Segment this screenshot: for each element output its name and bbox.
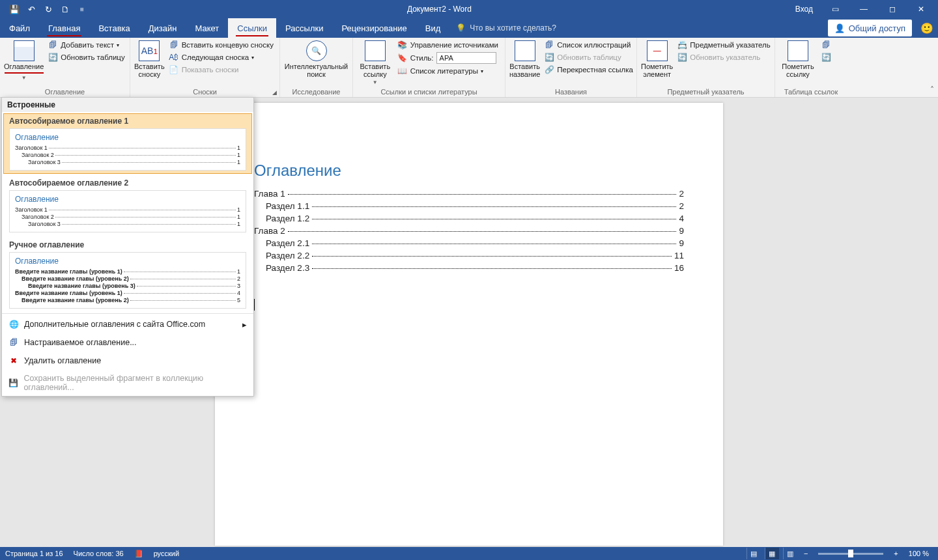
- sign-in-button[interactable]: Вход: [789, 0, 819, 18]
- tab-home[interactable]: Главная: [39, 18, 89, 38]
- mark-entry-button[interactable]: — Пометить элемент: [641, 39, 673, 78]
- remove-toc-button[interactable]: ✖Удалить оглавление: [2, 352, 253, 370]
- zoom-level[interactable]: 100 %: [905, 550, 933, 557]
- tab-layout[interactable]: Макет: [186, 18, 228, 38]
- update-icon: 🔄: [821, 52, 831, 63]
- insert-endnote-button[interactable]: 🗐Вставить концевую сноску: [166, 39, 276, 51]
- tab-file[interactable]: Файл: [0, 18, 39, 38]
- update-tof-button[interactable]: 🔄Обновить таблицу: [541, 51, 636, 63]
- smart-lookup-button[interactable]: 🔍 Интеллектуальный поиск: [284, 39, 348, 78]
- gallery-item-auto1[interactable]: Автособираемое оглавление 1 Оглавление З…: [3, 113, 252, 174]
- tab-view[interactable]: Вид: [416, 18, 450, 38]
- manage-sources-button[interactable]: 📚Управление источниками: [395, 39, 501, 51]
- custom-toc-button[interactable]: 🗐Настраиваемое оглавление...: [2, 333, 253, 352]
- update-index-button[interactable]: 🔄Обновить указатель: [674, 51, 773, 63]
- gallery-item-manual[interactable]: Ручное оглавление Оглавление Введите наз…: [3, 237, 252, 312]
- undo-icon[interactable]: ↶: [23, 1, 39, 17]
- tab-references[interactable]: Ссылки: [228, 18, 276, 38]
- tab-review[interactable]: Рецензирование: [332, 18, 416, 38]
- toc-entry[interactable]: Раздел 2.316: [254, 263, 684, 273]
- globe-icon: 🌐: [8, 319, 19, 329]
- remove-icon: ✖: [8, 356, 19, 366]
- toc-button[interactable]: Оглавление ▼: [4, 39, 44, 81]
- index-icon: 📇: [677, 40, 687, 50]
- tab-design[interactable]: Дизайн: [139, 18, 186, 38]
- group-label-index: Предметный указатель: [641, 88, 771, 97]
- minimize-icon[interactable]: —: [851, 0, 877, 18]
- new-doc-icon[interactable]: 🗋: [57, 1, 73, 17]
- insert-tof-button[interactable]: 🗐Список иллюстраций: [541, 39, 636, 51]
- citation-style[interactable]: 🔖Стиль: APA: [395, 51, 501, 64]
- maximize-icon[interactable]: ◻: [879, 0, 905, 18]
- group-label-footnotes: Сноски: [134, 88, 276, 97]
- insert-index-button[interactable]: 📇Предметный указатель: [674, 39, 773, 51]
- language-status[interactable]: русский: [154, 550, 179, 557]
- tab-insert[interactable]: Вставка: [89, 18, 139, 38]
- ribbon-tabs: Файл Главная Вставка Дизайн Макет Ссылки…: [0, 18, 938, 38]
- tell-me[interactable]: 💡Что вы хотите сделать?: [456, 18, 556, 38]
- group-label-research: Исследование: [284, 88, 348, 97]
- zoom-out-icon[interactable]: −: [801, 550, 810, 557]
- next-footnote-button[interactable]: A₿Следующая сноска ▾: [166, 51, 276, 63]
- dialog-launcher-icon[interactable]: ◢: [272, 89, 277, 96]
- chevron-down-icon: ▾: [481, 68, 483, 74]
- zoom-slider[interactable]: [818, 553, 883, 555]
- toc-gallery-dropdown: Встроенные Автособираемое оглавление 1 О…: [1, 97, 254, 397]
- toc-entry[interactable]: Раздел 1.12: [254, 201, 684, 211]
- insert-footnote-button[interactable]: AB1 Вставить сноску: [134, 39, 165, 78]
- toa-icon: 🗐: [821, 40, 831, 50]
- group-label-captions: Названия: [509, 88, 632, 97]
- toc-entry[interactable]: Раздел 2.19: [254, 238, 684, 248]
- read-mode-icon[interactable]: ▤: [746, 548, 761, 559]
- more-from-office-button[interactable]: 🌐Дополнительные оглавления с сайта Offic…: [2, 315, 253, 333]
- toc-entry[interactable]: Раздел 1.24: [254, 214, 684, 223]
- add-text-button[interactable]: 🗐Добавить текст ▾: [45, 39, 127, 51]
- share-icon: 👤: [834, 23, 845, 33]
- highlight-underline: [5, 72, 44, 74]
- spellcheck-icon[interactable]: 📕: [134, 550, 143, 558]
- share-button[interactable]: 👤Общий доступ: [828, 20, 912, 36]
- qat-customize-icon[interactable]: ≡: [74, 1, 90, 17]
- cross-reference-button[interactable]: 🔗Перекрестная ссылка: [541, 64, 636, 76]
- style-icon: 🔖: [397, 53, 408, 63]
- bulb-icon: 💡: [456, 23, 466, 33]
- ribbon-display-icon[interactable]: ▭: [822, 0, 848, 18]
- update-table-button[interactable]: 🔄Обновить таблицу: [45, 51, 127, 63]
- collapse-ribbon-icon[interactable]: ˄: [930, 85, 934, 94]
- save-icon[interactable]: 💾: [7, 1, 22, 17]
- toc-entry[interactable]: Глава 12: [254, 189, 684, 199]
- print-layout-icon[interactable]: ▦: [765, 548, 779, 559]
- group-label-toa: Таблица ссылок: [779, 88, 843, 97]
- insert-citation-button[interactable]: Вставить ссылку ▼: [357, 39, 393, 85]
- show-notes-button[interactable]: 📄Показать сноски: [166, 64, 276, 76]
- gallery-item-auto2[interactable]: Автособираемое оглавление 2 Оглавление З…: [3, 175, 252, 236]
- close-icon[interactable]: ✕: [908, 0, 934, 18]
- redo-icon[interactable]: ↻: [40, 1, 56, 17]
- next-icon: A₿: [169, 52, 179, 63]
- toc-icon: [14, 40, 35, 61]
- endnote-icon: 🗐: [169, 40, 179, 50]
- insert-caption-button[interactable]: Вставить название: [509, 39, 540, 78]
- toc-entry[interactable]: Раздел 2.211: [254, 251, 684, 260]
- group-label-toc: Оглавление: [4, 88, 126, 97]
- bibliography-button[interactable]: 📖Список литературы ▾: [395, 65, 501, 77]
- gallery-section-builtin: Встроенные: [2, 98, 253, 112]
- chevron-down-icon: ▼: [21, 75, 27, 81]
- page[interactable]: Оглавление Глава 12Раздел 1.12Раздел 1.2…: [215, 103, 723, 546]
- xref-icon: 🔗: [544, 64, 554, 75]
- word-count-status[interactable]: Число слов: 36: [74, 550, 124, 557]
- feedback-icon[interactable]: 🙂: [916, 22, 938, 35]
- web-layout-icon[interactable]: ▥: [783, 548, 797, 559]
- tab-mailings[interactable]: Рассылки: [276, 18, 332, 38]
- insert-toa-button[interactable]: 🗐: [818, 39, 834, 51]
- toc-entry[interactable]: Глава 29: [254, 226, 684, 236]
- mark-entry-icon: —: [647, 40, 668, 61]
- style-combobox[interactable]: APA: [436, 52, 496, 64]
- page-number-status[interactable]: Страница 1 из 16: [5, 550, 63, 557]
- group-label-citations: Ссылки и списки литературы: [357, 88, 501, 97]
- zoom-in-icon[interactable]: +: [891, 550, 900, 557]
- update-toa-button[interactable]: 🔄: [818, 51, 834, 63]
- mark-citation-button[interactable]: Пометить ссылку: [779, 39, 817, 78]
- citation-icon: [365, 40, 386, 61]
- search-icon: 🔍: [306, 40, 327, 61]
